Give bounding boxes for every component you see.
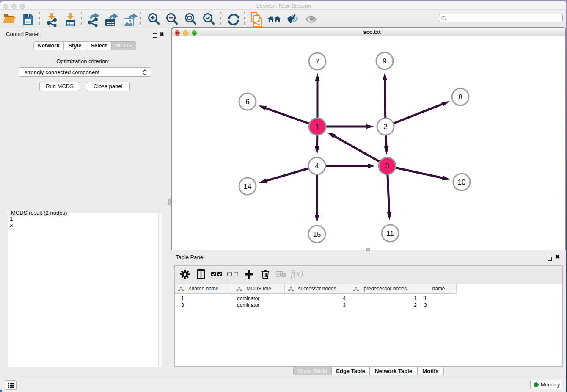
svg-text:9: 9	[383, 57, 386, 65]
svg-text:2: 2	[383, 123, 387, 131]
svg-text:3: 3	[385, 162, 389, 170]
svg-text:4: 4	[315, 162, 319, 170]
svg-text:10: 10	[458, 178, 466, 186]
svg-text:11: 11	[386, 229, 394, 237]
svg-text:6: 6	[245, 98, 249, 106]
svg-text:14: 14	[244, 182, 252, 190]
svg-text:15: 15	[313, 230, 321, 238]
svg-text:8: 8	[458, 93, 462, 101]
svg-text:1: 1	[315, 123, 319, 131]
svg-text:7: 7	[315, 58, 319, 66]
